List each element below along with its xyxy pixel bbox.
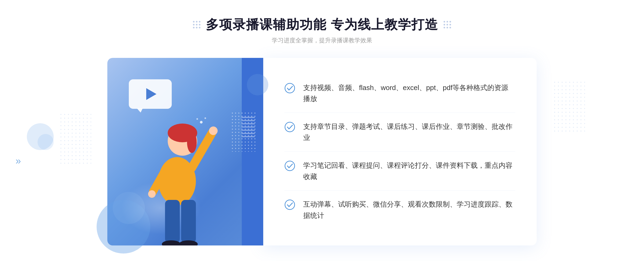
dots-right [553, 80, 585, 134]
svg-point-3 [187, 132, 197, 153]
svg-point-15 [285, 83, 295, 93]
svg-rect-8 [165, 200, 180, 243]
page-subtitle: 学习进度全掌握，提升录播课教学效果 [193, 36, 451, 44]
dot-grid-right [444, 21, 451, 28]
page-title: 多项录播课辅助功能 专为线上教学打造 [206, 16, 438, 33]
svg-point-7 [148, 190, 156, 198]
svg-point-5 [209, 126, 218, 135]
feature-item-2: 支持章节目录、弹题考试、课后练习、课后作业、章节测验、批改作业 [284, 113, 515, 152]
check-icon-3 [284, 161, 295, 171]
content-panel: 支持视频、音频、flash、word、excel、ppt、pdf等各种格式的资源… [263, 58, 537, 245]
svg-point-13 [204, 117, 206, 119]
feature-text-3: 学习笔记回看、课程提问、课程评论打分、课件资料下载，重点内容收藏 [303, 160, 515, 182]
deco-circle-2 [38, 134, 54, 150]
feature-item-4: 互动弹幕、试听购买、微信分享、观看次数限制、学习进度跟踪、数据统计 [284, 191, 515, 229]
svg-point-14 [196, 118, 198, 120]
check-icon-2 [284, 122, 295, 132]
feature-text-1: 支持视频、音频、flash、word、excel、ppt、pdf等各种格式的资源… [303, 82, 515, 105]
check-icon-4 [284, 199, 295, 210]
feature-item-3: 学习笔记回看、课程提问、课程评论打分、课件资料下载，重点内容收藏 [284, 152, 515, 191]
svg-rect-9 [181, 200, 196, 243]
stripes-decoration [241, 117, 255, 149]
svg-point-17 [285, 161, 295, 171]
dots-left [59, 113, 91, 166]
check-icon-1 [284, 83, 295, 94]
feature-text-4: 互动弹幕、试听购买、微信分享、观看次数限制、学习进度跟踪、数据统计 [303, 199, 515, 221]
svg-point-18 [285, 200, 295, 210]
content-area: 支持视频、音频、flash、word、excel、ppt、pdf等各种格式的资源… [107, 58, 537, 245]
chevron-left-icon: » [16, 155, 21, 167]
feature-item-1: 支持视频、音频、flash、word、excel、ppt、pdf等各种格式的资源… [284, 74, 515, 113]
circle-small-top [247, 74, 268, 95]
svg-point-12 [200, 121, 203, 124]
illustration-panel [107, 58, 263, 245]
person-illustration [123, 79, 241, 245]
svg-point-16 [285, 122, 295, 132]
page-wrapper: » 多项录播课辅助功能 专为线上教学打造 学习进度全掌握，提升录播课教学效果 [0, 0, 644, 261]
dot-grid-left [193, 21, 200, 28]
header-section: 多项录播课辅助功能 专为线上教学打造 学习进度全掌握，提升录播课教学效果 [193, 16, 451, 44]
header-decorators: 多项录播课辅助功能 专为线上教学打造 [193, 16, 451, 33]
feature-text-2: 支持章节目录、弹题考试、课后练习、课后作业、章节测验、批改作业 [303, 121, 515, 143]
